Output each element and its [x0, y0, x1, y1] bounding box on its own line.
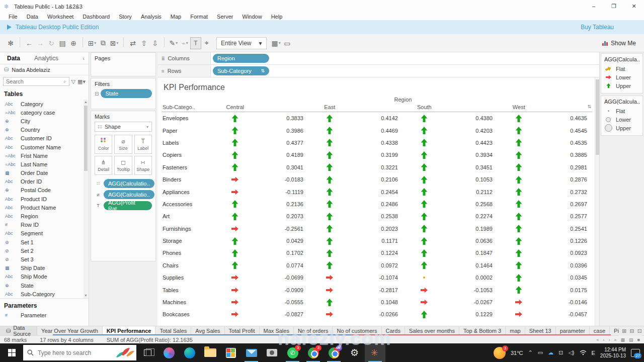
- sheet-view[interactable]: KPI Performance RegionSub-Catego..Centra…: [157, 77, 599, 326]
- kpi-cell[interactable]: 0.0636: [403, 235, 498, 247]
- kpi-cell[interactable]: 0.1048: [308, 296, 403, 308]
- kpi-cell[interactable]: 0.0972: [308, 259, 403, 272]
- replay-icon[interactable]: ↻: [46, 37, 57, 49]
- kpi-cell[interactable]: 0.1171: [308, 235, 403, 247]
- kpi-cell[interactable]: 0.3041: [214, 161, 308, 173]
- field-state[interactable]: ⊕State: [0, 281, 89, 290]
- next-tab-icon[interactable]: ›: [609, 337, 610, 342]
- clock[interactable]: 12:44 PM 2025-10-13: [600, 347, 626, 359]
- taskbar-app-edge[interactable]: [179, 343, 200, 362]
- kpi-cell[interactable]: 0.1702: [214, 247, 308, 259]
- kpi-cell[interactable]: -0.0457: [498, 308, 592, 320]
- field-search-input[interactable]: [6, 78, 63, 84]
- kpi-cell[interactable]: 0.2454: [308, 186, 403, 198]
- battery-icon[interactable]: ▭: [538, 349, 543, 356]
- kpi-cell[interactable]: 0.3986: [214, 124, 308, 136]
- filters-card[interactable]: Filters ⊟State: [91, 78, 156, 109]
- swap-rows-columns-icon[interactable]: ⇄: [127, 37, 138, 49]
- parameter-parameter[interactable]: #Parameter: [0, 311, 89, 319]
- size-button[interactable]: ⌀Size: [114, 135, 132, 154]
- taskbar-search[interactable]: [23, 345, 136, 360]
- menu-worksheet[interactable]: Worksheet: [43, 14, 78, 20]
- presentation-mode-icon[interactable]: ▭: [282, 37, 293, 49]
- kpi-cell[interactable]: 0.1847: [403, 247, 498, 259]
- clear-sheet-icon[interactable]: ⊠▾: [109, 37, 120, 49]
- tooltip-button[interactable]: ◻Tooltip: [114, 156, 132, 175]
- kpi-cell[interactable]: -0.2817: [308, 284, 403, 296]
- taskbar-app-file-explorer[interactable]: [200, 343, 220, 362]
- new-story-button[interactable]: ⊡: [637, 328, 642, 334]
- size-legend[interactable]: AGG(Calcula...FlatLowerUpper: [601, 96, 643, 136]
- kpi-cell[interactable]: 0.0429: [214, 235, 308, 247]
- marks-card[interactable]: Marks ∷ Shape ▾ Color⌀SizeTLabel⋔Detail◻…: [91, 111, 156, 261]
- field-ship-mode[interactable]: AbcShip Mode: [0, 273, 89, 281]
- rows-pill-sub-category[interactable]: Sub-Category⇅: [213, 66, 269, 75]
- kpi-cell[interactable]: 0.4469: [308, 124, 403, 136]
- wifi-icon[interactable]: [580, 350, 587, 355]
- kpi-cell[interactable]: 0.0002: [403, 272, 498, 284]
- sort-ascending-icon[interactable]: ⇧: [138, 37, 149, 49]
- field-set-1[interactable]: ⊘Set 1: [0, 238, 89, 246]
- speaker-icon[interactable]: ◁): [568, 349, 574, 356]
- kpi-cell[interactable]: 0.4189: [214, 149, 308, 161]
- filter-pill-state[interactable]: State: [101, 89, 152, 98]
- field-segment[interactable]: AbcSegment: [0, 229, 89, 238]
- view-options-icon[interactable]: ▦▾: [77, 78, 86, 85]
- kpi-cell[interactable]: 0.4423: [403, 137, 498, 149]
- sidebar-scrollbar[interactable]: ▲ ▼: [84, 100, 88, 298]
- field-order-date[interactable]: ▦Order Date: [0, 169, 89, 177]
- task-view-button[interactable]: [136, 349, 158, 356]
- taskbar-app-whatsapp[interactable]: ✆3: [282, 343, 303, 362]
- show-hide-cards-icon[interactable]: ▦▾: [271, 37, 282, 49]
- legend-item-upper[interactable]: Upper: [604, 124, 639, 132]
- field-last-name[interactable]: =AbcLast Name: [0, 160, 89, 168]
- rows-shelf[interactable]: ≡Rows Sub-Category⇅: [157, 65, 599, 77]
- menu-server[interactable]: Server: [212, 14, 237, 20]
- kpi-cell[interactable]: 0.0175: [498, 284, 592, 296]
- tableau-logo-icon[interactable]: ✻: [5, 37, 16, 49]
- restore-button[interactable]: ❐: [604, 0, 624, 12]
- columns-pill-region[interactable]: Region: [213, 54, 269, 63]
- field-order-id[interactable]: AbcOrder ID: [0, 177, 89, 186]
- cloud-sync-icon[interactable]: ☁: [548, 349, 553, 356]
- tab-data-source[interactable]: ⛁ Data Source: [0, 326, 37, 335]
- show-tabs-icon[interactable]: ▦: [621, 337, 625, 342]
- field-ship-date[interactable]: ▦Ship Date: [0, 264, 89, 273]
- fix-axes-icon[interactable]: ⌖: [201, 37, 212, 49]
- taskbar-app-store[interactable]: [220, 343, 241, 362]
- legend-item-lower[interactable]: Lower: [604, 73, 639, 81]
- kpi-cell[interactable]: 0.2981: [498, 161, 592, 173]
- weather-icon[interactable]: 3: [494, 347, 506, 359]
- display-icon[interactable]: ⊡: [558, 349, 563, 356]
- kpi-cell[interactable]: 0.4535: [498, 137, 592, 149]
- taskbar-app-chrome-profile-1[interactable]: 3: [303, 343, 324, 362]
- start-button[interactable]: [0, 343, 23, 362]
- field-country[interactable]: ⊕Country: [0, 126, 89, 134]
- kpi-cell[interactable]: 0.2136: [214, 198, 308, 210]
- show-mark-labels-icon[interactable]: T: [190, 37, 201, 49]
- field-city[interactable]: ⊕City: [0, 117, 89, 125]
- kpi-cell[interactable]: -0.0267: [403, 296, 498, 308]
- kpi-cell[interactable]: -0.1053: [403, 284, 498, 296]
- field-product-id[interactable]: AbcProduct ID: [0, 195, 89, 203]
- kpi-cell[interactable]: -0.1074: [308, 272, 403, 284]
- buy-tableau-link[interactable]: Buy Tableau: [581, 24, 614, 31]
- kpi-cell[interactable]: -0.0183: [214, 173, 308, 186]
- format-links-icon[interactable]: ⌁▾: [179, 37, 190, 49]
- field-set-2[interactable]: ⊘Set 2: [0, 246, 89, 255]
- redo-icon[interactable]: →: [35, 37, 46, 49]
- kpi-cell[interactable]: 0.2568: [403, 198, 498, 210]
- legend-item-lower[interactable]: Lower: [604, 116, 639, 123]
- menu-format[interactable]: Format: [186, 14, 212, 20]
- taskbar-search-input[interactable]: [38, 349, 103, 356]
- shape-legend[interactable]: AGG(Calcula...FlatLowerUpper: [601, 53, 643, 94]
- kpi-cell[interactable]: 0.0923: [498, 247, 592, 259]
- kpi-cell[interactable]: 0.2577: [498, 210, 592, 222]
- field-postal-code[interactable]: ⊕Postal Code: [0, 186, 89, 195]
- tab-analytics[interactable]: Analytics: [27, 55, 65, 62]
- kpi-cell[interactable]: 0.2876: [498, 173, 592, 186]
- show-filmstrip-icon[interactable]: ▤: [629, 337, 633, 342]
- prev-tab-icon[interactable]: ‹: [603, 337, 605, 342]
- menu-dashboard[interactable]: Dashboard: [78, 14, 114, 20]
- kpi-cell[interactable]: 0.1224: [308, 247, 403, 259]
